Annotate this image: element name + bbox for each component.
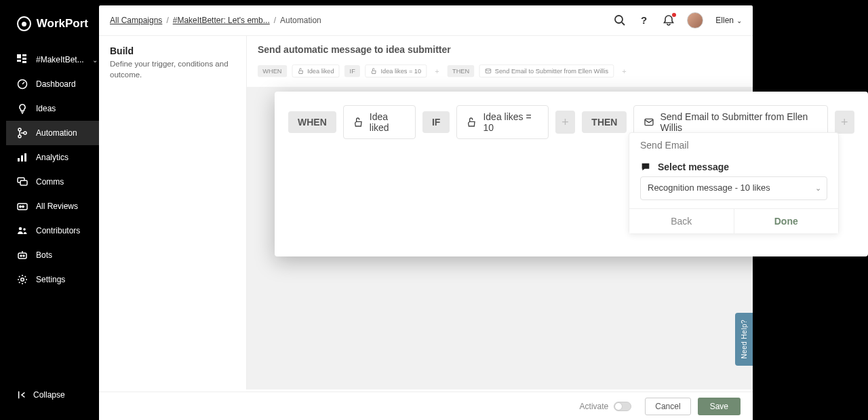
sidebar-item-label: Automation — [36, 128, 77, 138]
svg-rect-19 — [18, 253, 26, 259]
back-button[interactable]: Back — [629, 209, 734, 233]
sidebar-nav: #MakeItBet... ⌄ Dashboard Ideas Automati… — [6, 47, 99, 292]
svg-rect-3 — [17, 60, 21, 62]
sidebar-item-bots[interactable]: Bots — [6, 243, 99, 267]
build-panel: Build Define your trigger, conditions an… — [99, 36, 247, 389]
thumbs-up-icon — [467, 117, 477, 128]
brand-logo: WorkPort — [6, 0, 99, 47]
topbar-actions: ? Ellen ⌄ — [614, 12, 742, 28]
footer-bar: Activate Cancel Save — [99, 392, 753, 420]
condition-chip[interactable]: Idea likes = 10 — [456, 105, 548, 139]
cancel-button[interactable]: Cancel — [645, 398, 690, 415]
sidebar-item-campaign[interactable]: #MakeItBet... ⌄ — [6, 47, 99, 72]
sidebar-item-label: #MakeItBet... — [36, 55, 84, 64]
sidebar-item-label: Comms — [36, 177, 64, 187]
sidebar-item-analytics[interactable]: Analytics — [6, 145, 99, 170]
need-help-label: Need Help? — [741, 320, 748, 359]
svg-point-7 — [18, 135, 21, 138]
sidebar-item-settings[interactable]: Settings — [6, 267, 99, 292]
sidebar: WorkPort #MakeItBet... ⌄ Dashboard Ideas — [6, 0, 99, 420]
breadcrumb-item-campaigns[interactable]: All Campaigns — [110, 16, 162, 25]
message-icon — [640, 161, 651, 172]
envelope-icon — [644, 117, 654, 128]
breadcrumb-separator: / — [274, 16, 276, 25]
add-condition-button[interactable]: + — [555, 111, 575, 134]
rule-row-collapsed: WHEN Idea liked IF Idea likes = 10 + THE… — [258, 64, 703, 77]
bulb-icon — [17, 103, 28, 114]
svg-rect-10 — [21, 155, 23, 161]
svg-point-18 — [23, 228, 26, 231]
svg-point-8 — [24, 132, 26, 134]
sidebar-item-label: Contributors — [36, 226, 80, 235]
activate-control: Activate — [580, 402, 632, 411]
collapse-icon — [17, 390, 26, 400]
svg-rect-4 — [22, 61, 26, 63]
sidebar-item-label: Ideas — [36, 104, 56, 113]
then-chip: THEN — [448, 65, 475, 77]
grid-icon — [17, 54, 28, 65]
brand-name: WorkPort — [37, 17, 88, 31]
done-button[interactable]: Done — [734, 209, 839, 233]
chat-icon — [17, 176, 28, 187]
condition-chip[interactable]: Idea likes = 10 — [365, 64, 427, 77]
breadcrumb-item-campaign-name[interactable]: #MakeItBetter: Let's emb... — [173, 16, 270, 25]
sidebar-collapse[interactable]: Collapse — [6, 383, 76, 406]
if-chip: IF — [344, 65, 360, 77]
automation-title: Send automatic message to idea submitter — [258, 44, 742, 55]
select-message-label: Select message — [640, 161, 827, 172]
activate-toggle[interactable] — [614, 402, 631, 411]
notification-dot — [672, 13, 676, 17]
sidebar-item-reviews[interactable]: All Reviews — [6, 194, 99, 218]
sidebar-item-contributors[interactable]: Contributors — [6, 218, 99, 243]
svg-point-15 — [20, 206, 21, 207]
svg-point-21 — [23, 255, 24, 256]
user-menu[interactable]: Ellen ⌄ — [715, 16, 742, 25]
sidebar-item-label: Bots — [36, 250, 52, 260]
save-button[interactable]: Save — [698, 398, 741, 415]
sidebar-item-label: All Reviews — [36, 202, 78, 211]
add-condition-button[interactable]: + — [432, 65, 443, 77]
search-icon[interactable] — [614, 14, 626, 26]
notifications-icon[interactable] — [663, 14, 675, 26]
svg-point-17 — [19, 227, 22, 231]
need-help-tab[interactable]: Need Help? — [735, 313, 753, 366]
breadcrumb-item-current: Automation — [280, 16, 321, 25]
sidebar-item-ideas[interactable]: Ideas — [6, 96, 99, 121]
svg-rect-11 — [24, 153, 26, 161]
breadcrumb: All Campaigns / #MakeItBetter: Let's emb… — [110, 16, 321, 25]
svg-text:?: ? — [641, 14, 647, 26]
gauge-icon — [17, 79, 28, 90]
build-subtitle: Define your trigger, conditions and outc… — [110, 59, 235, 80]
trigger-chip[interactable]: Idea liked — [292, 64, 340, 77]
then-chip: THEN — [582, 111, 627, 133]
branch-icon — [17, 128, 28, 138]
add-action-button[interactable]: + — [835, 111, 854, 134]
svg-rect-13 — [20, 180, 27, 185]
activate-label: Activate — [580, 402, 609, 411]
sidebar-item-comms[interactable]: Comms — [6, 170, 99, 194]
sidebar-item-dashboard[interactable]: Dashboard — [6, 72, 99, 96]
breadcrumb-separator: / — [166, 16, 168, 25]
sidebar-item-label: Settings — [36, 275, 65, 284]
svg-rect-1 — [22, 54, 26, 56]
help-icon[interactable]: ? — [638, 14, 650, 26]
card-icon — [17, 201, 28, 212]
if-chip: IF — [422, 111, 450, 133]
message-select[interactable]: Recognition message - 10 likes ⌄ — [640, 176, 827, 200]
svg-point-6 — [18, 128, 21, 131]
add-action-button[interactable]: + — [619, 65, 630, 77]
trigger-chip[interactable]: Idea liked — [343, 105, 416, 139]
collapse-label: Collapse — [33, 390, 65, 400]
chevron-down-icon: ⌄ — [815, 183, 821, 193]
username: Ellen — [715, 16, 734, 25]
when-chip: WHEN — [258, 65, 287, 77]
when-chip: WHEN — [288, 111, 336, 133]
brand-logo-icon — [17, 16, 31, 31]
sidebar-item-automation[interactable]: Automation — [6, 121, 99, 145]
barchart-icon — [17, 152, 28, 163]
thumbs-up-icon — [353, 117, 364, 128]
action-chip[interactable]: Send Email to Submitter from Ellen Willi… — [479, 64, 614, 77]
svg-point-20 — [20, 255, 22, 256]
avatar[interactable] — [687, 12, 703, 28]
select-value: Recognition message - 10 likes — [648, 183, 770, 193]
